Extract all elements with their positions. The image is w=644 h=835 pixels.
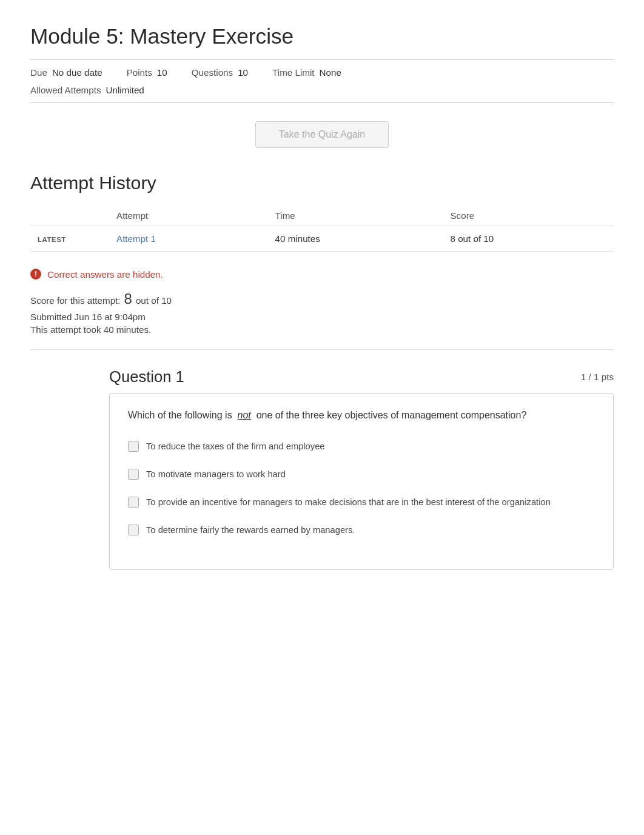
button-area: Take the Quiz Again [30, 121, 614, 148]
answer-option-2: To motivate managers to work hard [128, 468, 595, 481]
attempt-details: ! Correct answers are hidden. Score for … [30, 252, 614, 350]
points-label: Points [127, 67, 152, 78]
answer-checkbox-1[interactable] [128, 441, 139, 452]
col-time-header: Time [268, 206, 443, 226]
answer-checkbox-2[interactable] [128, 469, 139, 480]
questions-value: 10 [238, 67, 248, 78]
q1-text-before: Which of the following is [128, 410, 232, 420]
take-quiz-button[interactable]: Take the Quiz Again [255, 121, 389, 148]
due-info: Due No due date [30, 67, 102, 78]
answer-text-3: To provide an incentive for managers to … [146, 495, 551, 509]
time-limit-value: None [320, 67, 341, 78]
due-label: Due [30, 67, 47, 78]
points-info: Points 10 [127, 67, 167, 78]
question-1-text: Which of the following is not one of the… [128, 408, 595, 423]
answer-text-4: To determine fairly the rewards earned b… [146, 523, 355, 537]
answer-option-4: To determine fairly the rewards earned b… [128, 523, 595, 537]
question-1-box: Which of the following is not one of the… [109, 393, 614, 570]
duration-line: This attempt took 40 minutes. [30, 324, 614, 335]
question-1-header: Question 1 1 / 1 pts [109, 368, 614, 386]
attempt-score: 8 out of 10 [443, 226, 614, 252]
q1-text-not: not [238, 410, 251, 420]
allowed-attempts-info: Allowed Attempts Unlimited [30, 85, 144, 95]
answer-checkbox-4[interactable] [128, 525, 139, 535]
score-out-of: out of 10 [136, 295, 172, 306]
warning-icon: ! [30, 269, 41, 280]
questions-label: Questions [192, 67, 233, 78]
col-badge-header [30, 206, 109, 226]
answer-option-3: To provide an incentive for managers to … [128, 495, 595, 509]
attempt-history-table: Attempt Time Score LATEST Attempt 1 40 m… [30, 206, 614, 252]
question-1-points: 1 / 1 pts [581, 372, 614, 382]
answer-text-2: To motivate managers to work hard [146, 468, 286, 481]
question-1-title: Question 1 [109, 368, 184, 386]
answer-checkbox-3[interactable] [128, 497, 139, 508]
points-value: 10 [157, 67, 167, 78]
answer-option-1: To reduce the taxes of the firm and empl… [128, 440, 595, 453]
col-score-header: Score [443, 206, 614, 226]
latest-badge: LATEST [38, 236, 66, 243]
score-number: 8 [124, 290, 132, 307]
attempt-link[interactable]: Attempt 1 [116, 233, 156, 244]
question-1-container: Question 1 1 / 1 pts Which of the follow… [109, 368, 614, 570]
allowed-attempts-label: Allowed Attempts [30, 85, 101, 95]
allowed-attempts-value: Unlimited [106, 85, 144, 95]
q1-text-after: one of the three key objectives of manag… [257, 410, 527, 420]
time-limit-info: Time Limit None [272, 67, 341, 78]
info-bar: Due No due date Points 10 Questions 10 T… [30, 59, 614, 103]
attempt-history-title: Attempt History [30, 172, 614, 193]
correct-answers-text: Correct answers are hidden. [47, 269, 163, 280]
submitted-line: Submitted Jun 16 at 9:04pm [30, 312, 614, 322]
col-attempt-header: Attempt [109, 206, 268, 226]
due-value: No due date [52, 67, 102, 78]
answer-text-1: To reduce the taxes of the firm and empl… [146, 440, 325, 453]
attempt-time: 40 minutes [268, 226, 443, 252]
score-label: Score for this attempt: [30, 295, 121, 306]
correct-answers-notice: ! Correct answers are hidden. [30, 269, 614, 280]
time-limit-label: Time Limit [272, 67, 314, 78]
page-title: Module 5: Mastery Exercise [30, 24, 614, 49]
table-row: LATEST Attempt 1 40 minutes 8 out of 10 [30, 226, 614, 252]
score-line: Score for this attempt: 8 out of 10 [30, 290, 614, 308]
questions-info: Questions 10 [192, 67, 248, 78]
